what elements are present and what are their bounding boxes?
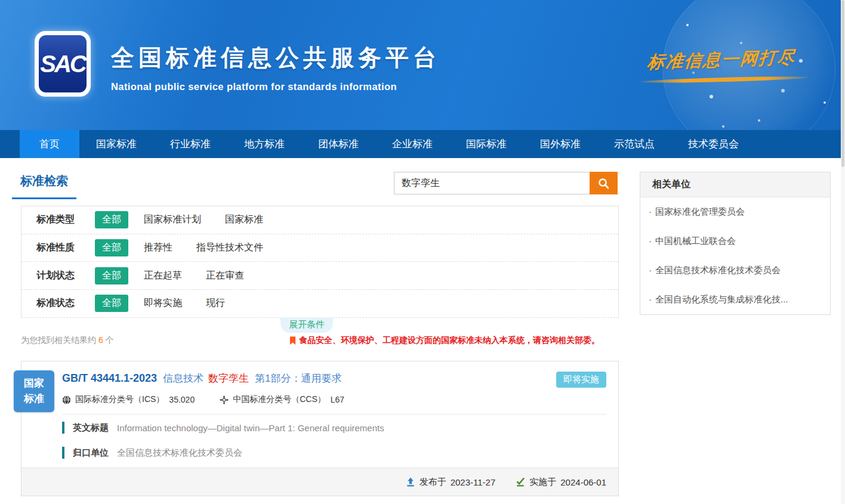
filter-all-button[interactable]: 全部 — [95, 239, 128, 256]
nav-item-home[interactable]: 首页 — [20, 130, 79, 158]
filter-row-standard-nature: 标准性质 全部 推荐性 指导性技术文件 — [21, 234, 618, 262]
teal-bar-decoration — [62, 447, 64, 459]
ics-label: 国际标准分类号（ICS） — [75, 394, 164, 405]
system-notice-text: 食品安全、环境保护、工程建设方面的国家标准未纳入本系统，请咨询相关部委。 — [299, 335, 600, 346]
tab-standard-search-label: 标准检索 — [20, 174, 68, 187]
scrollbar-thumb[interactable] — [841, 0, 844, 167]
filter-label: 标准性质 — [36, 242, 87, 254]
standard-result-card: 国家 标准 GB/T 43441.1-2023 信息技术 数字孪生 第1部分：通… — [21, 361, 619, 496]
nav-item-enterprise-standards[interactable]: 企业标准 — [375, 130, 449, 158]
ccs-label: 中国标准分类号（CCS） — [233, 394, 326, 405]
site-subtitle: National public service platform for sta… — [111, 81, 440, 92]
status-badge: 即将实施 — [556, 372, 606, 388]
filter-all-button[interactable]: 全部 — [95, 295, 128, 312]
implemented-date-item: 实施于 2024-06-01 — [516, 477, 606, 488]
related-units-sidebar: 相关单位 国家标准化管理委员会 中国机械工业联合会 全国信息技术标准化技术委员会… — [640, 172, 831, 315]
ccs-value: L67 — [331, 395, 344, 404]
sidebar-item-automation-committee[interactable]: 全国自动化系统与集成标准化技... — [640, 285, 830, 314]
nav-item-industry-standards[interactable]: 行业标准 — [153, 130, 227, 158]
card-details: 英文标题 Information technology—Digital twin… — [21, 415, 618, 459]
result-count-suffix: 个 — [106, 335, 114, 345]
detail-value: 全国信息技术标准化技术委员会 — [117, 447, 242, 459]
sidebar-item-sac[interactable]: 国家标准化管理委员会 — [640, 197, 830, 227]
slogan: 标准信息一网打尽 — [647, 48, 821, 82]
standard-title-part[interactable]: 信息技术 — [163, 372, 203, 385]
nav-item-group-standards[interactable]: 团体标准 — [301, 130, 375, 158]
main-nav-list: 首页 国家标准 行业标准 地方标准 团体标准 企业标准 国际标准 国外标准 示范… — [20, 130, 841, 158]
slogan-text: 标准信息一网打尽 — [646, 45, 822, 75]
filter-label: 标准类型 — [36, 214, 87, 226]
filter-row-plan-status: 计划状态 全部 正在起草 正在审查 — [21, 262, 618, 290]
nav-item-local-standards[interactable]: 地方标准 — [227, 130, 301, 158]
standard-title-part[interactable]: 第1部分：通用要求 — [255, 372, 341, 385]
ics-value: 35.020 — [169, 395, 195, 404]
detail-row-committee: 归口单位 全国信息技术标准化技术委员会 — [62, 447, 606, 459]
badge-line2: 标准 — [24, 391, 44, 407]
sac-logo-text: SAC — [40, 51, 85, 78]
result-count-prefix: 为您找到相关结果约 — [21, 335, 96, 345]
published-date: 2023-11-27 — [451, 477, 496, 487]
nav-item-technical-committee[interactable]: 技术委员会 — [671, 130, 755, 158]
publish-upload-icon — [406, 477, 415, 487]
implemented-label: 实施于 — [529, 477, 556, 488]
detail-row-english-title: 英文标题 Information technology—Digital twin… — [62, 422, 606, 434]
nav-item-pilot[interactable]: 示范试点 — [597, 130, 671, 158]
detail-label: 英文标题 — [73, 422, 109, 434]
standard-title-highlight[interactable]: 数字孪生 — [208, 372, 249, 385]
detail-value: Information technology—Digital twin—Part… — [117, 423, 384, 433]
national-standard-badge: 国家 标准 — [14, 370, 54, 412]
brand-block: 全国标准信息公共服务平台 National public service pla… — [111, 42, 440, 92]
search-box — [394, 172, 618, 194]
search-button[interactable] — [590, 172, 618, 194]
main-nav: 首页 国家标准 行业标准 地方标准 团体标准 企业标准 国际标准 国外标准 示范… — [0, 130, 841, 158]
sidebar-item-it-standardization-committee[interactable]: 全国信息技术标准化技术委员会 — [640, 256, 830, 285]
filter-option[interactable]: 推荐性 — [144, 242, 172, 254]
filter-row-standard-status: 标准状态 全部 即将实施 现行 — [21, 290, 618, 318]
filter-label: 标准状态 — [36, 297, 87, 310]
header-banner: SAC 全国标准信息公共服务平台 National public service… — [0, 0, 841, 130]
result-info-line: 为您找到相关结果约6个 食品安全、环境保护、工程建设方面的国家标准未纳入本系统，… — [21, 335, 619, 346]
filter-option[interactable]: 正在审查 — [206, 270, 244, 282]
published-date-item: 发布于 2023-11-27 — [406, 477, 496, 488]
nav-item-international-standards[interactable]: 国际标准 — [449, 130, 523, 158]
nav-item-foreign-standards[interactable]: 国外标准 — [523, 130, 597, 158]
filter-option[interactable]: 现行 — [206, 297, 225, 310]
nav-item-national-standards[interactable]: 国家标准 — [79, 130, 153, 158]
system-notice: 食品安全、环境保护、工程建设方面的国家标准未纳入本系统，请咨询相关部委。 — [289, 335, 600, 346]
search-input[interactable] — [394, 172, 590, 194]
globe-dots-decoration — [686, 24, 689, 26]
filter-panel: 标准类型 全部 国家标准计划 国家标准 标准性质 全部 推荐性 指导性技术文件 … — [21, 206, 619, 318]
card-header: GB/T 43441.1-2023 信息技术 数字孪生 第1部分：通用要求 即将… — [21, 361, 618, 415]
sac-logo[interactable]: SAC — [35, 31, 91, 97]
site-title: 全国标准信息公共服务平台 — [111, 42, 440, 74]
sidebar-item-machinery-federation[interactable]: 中国机械工业联合会 — [640, 227, 830, 256]
page: SAC 全国标准信息公共服务平台 National public service… — [0, 0, 845, 504]
published-label: 发布于 — [420, 477, 446, 488]
page-scrollbar[interactable] — [841, 0, 845, 504]
filter-option[interactable]: 国家标准 — [225, 214, 263, 226]
card-footer: 发布于 2023-11-27 实施于 2024-06-01 — [21, 468, 618, 496]
filter-option[interactable]: 即将实施 — [144, 297, 182, 310]
filter-option[interactable]: 指导性技术文件 — [196, 242, 263, 254]
teal-bar-decoration — [62, 422, 64, 434]
search-icon — [598, 178, 609, 189]
ccs-compass-icon — [220, 395, 229, 404]
filter-all-button[interactable]: 全部 — [95, 267, 128, 285]
filter-row-standard-type: 标准类型 全部 国家标准计划 国家标准 — [21, 206, 618, 234]
expand-conditions-button[interactable]: 展开条件 — [280, 317, 333, 333]
filter-label: 计划状态 — [36, 270, 87, 282]
globe-icon — [62, 395, 71, 404]
detail-label: 归口单位 — [73, 447, 109, 459]
classification-meta-line: 国际标准分类号（ICS） 35.020 中国标准分类号（CCS） L67 — [62, 394, 606, 415]
implemented-date: 2024-06-01 — [560, 477, 606, 487]
filter-option[interactable]: 国家标准计划 — [144, 214, 201, 226]
standard-code-link[interactable]: GB/T 43441.1-2023 — [62, 372, 157, 385]
filter-option[interactable]: 正在起草 — [144, 270, 182, 282]
bookmark-icon — [289, 336, 296, 345]
tab-standard-search[interactable]: 标准检索 — [12, 173, 76, 199]
result-count: 为您找到相关结果约6个 — [21, 335, 114, 346]
sac-logo-inner: SAC — [39, 35, 87, 92]
filter-all-button[interactable]: 全部 — [95, 211, 128, 228]
implement-check-icon — [516, 477, 525, 487]
result-count-number: 6 — [98, 335, 103, 345]
